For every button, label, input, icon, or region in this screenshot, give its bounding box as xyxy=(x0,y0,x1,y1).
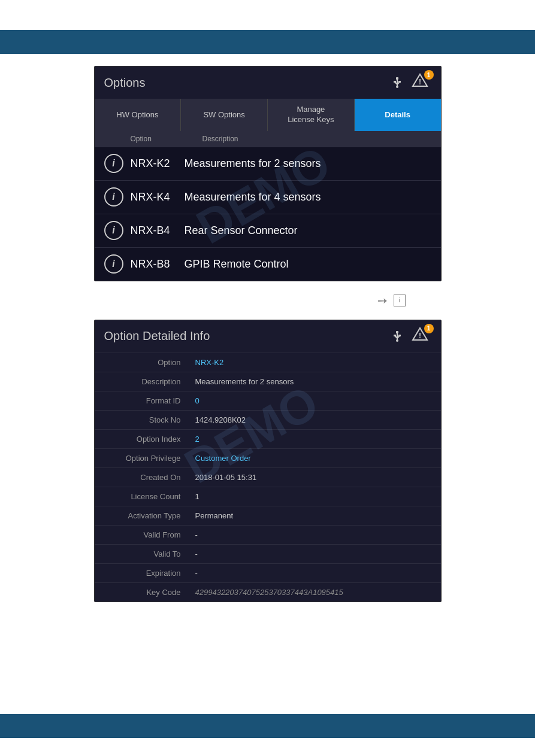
tab-details[interactable]: Details xyxy=(355,99,441,131)
options-panel-title: Options xyxy=(104,76,146,90)
option-name-nrx-k2: NRX-K2 xyxy=(131,157,185,170)
detail-label-valid-to: Valid To xyxy=(95,546,191,562)
detail-value-key-code: 42994322037407525370337443A1085415 xyxy=(191,584,418,600)
info-box: i xyxy=(394,294,406,306)
svg-text:!: ! xyxy=(419,78,421,86)
detail-row-stock-no: Stock No 1424.9208K02 xyxy=(95,410,441,429)
info-icon-nrx-k2: i xyxy=(104,154,123,173)
info-icon-nrx-b8: i xyxy=(104,254,123,274)
tab-manage-license-keys[interactable]: ManageLicense Keys xyxy=(268,99,355,131)
detail-value-valid-from: - xyxy=(191,527,441,543)
info-icon-nrx-b4: i xyxy=(104,221,123,240)
detail-label-option-privilege: Option Privilege xyxy=(95,450,191,466)
detail-value-option-privilege: Customer Order xyxy=(191,450,441,466)
svg-rect-5 xyxy=(398,81,401,83)
detail-label-stock-no: Stock No xyxy=(95,412,191,428)
detail-warning-badge: 1 xyxy=(424,324,434,333)
detail-row-valid-to: Valid To - xyxy=(95,544,441,563)
content-area: Options xyxy=(0,66,535,602)
detail-label-format-id: Format ID xyxy=(95,393,191,409)
detail-value-stock-no: 1424.9208K02 xyxy=(191,412,441,428)
option-row-nrx-b4[interactable]: i NRX-B4 Rear Sensor Connector xyxy=(95,214,441,247)
detail-row-option: Option NRX-K2 xyxy=(95,353,441,372)
svg-rect-9 xyxy=(396,331,398,333)
detail-value-license-count: 1 xyxy=(191,488,441,505)
detail-value-created-on: 2018-01-05 15:31 xyxy=(191,469,441,485)
options-header-icons: ! 1 xyxy=(388,72,431,93)
option-name-nrx-b4: NRX-B4 xyxy=(131,224,185,237)
detail-row-expiration: Expiration - xyxy=(95,563,441,582)
detail-panel-header: Option Detailed Info xyxy=(95,320,441,353)
detail-label-activation-type: Activation Type xyxy=(95,508,191,524)
detail-row-description: Description Measurements for 2 sensors xyxy=(95,372,441,391)
option-desc-nrx-b4: Rear Sensor Connector xyxy=(185,224,431,237)
detail-value-description: Measurements for 2 sensors xyxy=(191,374,441,390)
detail-label-option-index: Option Index xyxy=(95,431,191,447)
detail-value-format-id: 0 xyxy=(191,393,441,409)
detail-row-created-on: Created On 2018-01-05 15:31 xyxy=(95,467,441,487)
detail-row-activation-type: Activation Type Permanent xyxy=(95,506,441,525)
detail-usb-icon xyxy=(388,327,406,345)
detail-row-key-code: Key Code 42994322037407525370337443A1085… xyxy=(95,582,441,602)
svg-rect-14 xyxy=(398,335,401,336)
col-option-header: Option xyxy=(131,135,202,143)
detail-label-valid-from: Valid From xyxy=(95,527,191,543)
options-table-header: Option Description xyxy=(95,131,441,147)
detail-warning-container: ! 1 xyxy=(411,326,431,347)
detail-row-valid-from: Valid From - xyxy=(95,525,441,544)
svg-point-6 xyxy=(396,86,398,88)
top-bar xyxy=(0,30,535,54)
col-desc-header: Description xyxy=(202,135,431,143)
detail-panel: Option Detailed Info xyxy=(94,320,442,602)
option-desc-nrx-b8: GPIB Remote Control xyxy=(185,258,431,271)
options-tabs: HW Options SW Options ManageLicense Keys… xyxy=(95,99,441,131)
detail-row-format-id: Format ID 0 xyxy=(95,391,441,410)
detail-row-option-privilege: Option Privilege Customer Order xyxy=(95,448,441,467)
bottom-bar xyxy=(0,714,535,738)
option-name-nrx-k4: NRX-K4 xyxy=(131,191,185,204)
detail-label-option: Option xyxy=(95,354,191,371)
option-desc-nrx-k2: Measurements for 2 sensors xyxy=(185,157,431,170)
detail-label-created-on: Created On xyxy=(95,469,191,485)
detail-value-activation-type: Permanent xyxy=(191,508,441,524)
arrow-container: ➙ i xyxy=(94,293,442,308)
detail-row-option-index: Option Index 2 xyxy=(95,429,441,448)
warning-icon-container: ! 1 xyxy=(411,72,431,93)
svg-point-15 xyxy=(396,339,398,342)
tab-hw-options[interactable]: HW Options xyxy=(95,99,182,131)
option-row-nrx-k4[interactable]: i NRX-K4 Measurements for 4 sensors xyxy=(95,180,441,214)
detail-label-license-count: License Count xyxy=(95,488,191,505)
detail-value-valid-to: - xyxy=(191,546,441,562)
option-row-nrx-k2[interactable]: i NRX-K2 Measurements for 2 sensors xyxy=(95,147,441,180)
detail-value-option: NRX-K2 xyxy=(191,354,441,371)
detail-value-option-index: 2 xyxy=(191,431,441,447)
svg-rect-13 xyxy=(394,335,396,336)
tab-sw-options[interactable]: SW Options xyxy=(181,99,268,131)
expand-arrow-icon: ➙ xyxy=(377,293,388,308)
usb-icon xyxy=(388,74,406,92)
svg-text:!: ! xyxy=(419,332,421,340)
detail-panel-title: Option Detailed Info xyxy=(104,329,210,343)
detail-label-key-code: Key Code xyxy=(95,584,191,600)
option-desc-nrx-k4: Measurements for 4 sensors xyxy=(185,191,431,204)
warning-badge: 1 xyxy=(424,70,434,80)
detail-row-license-count: License Count 1 xyxy=(95,487,441,506)
svg-rect-4 xyxy=(394,81,396,83)
detail-label-expiration: Expiration xyxy=(95,565,191,581)
option-row-nrx-b8[interactable]: i NRX-B8 GPIB Remote Control xyxy=(95,247,441,281)
detail-value-expiration: - xyxy=(191,565,441,581)
option-name-nrx-b8: NRX-B8 xyxy=(131,258,185,271)
options-panel: Options xyxy=(94,66,442,281)
detail-header-icons: ! 1 xyxy=(388,326,431,347)
options-panel-header: Options xyxy=(95,66,441,99)
info-icon-nrx-k4: i xyxy=(104,187,123,207)
svg-rect-0 xyxy=(396,77,398,80)
detail-label-description: Description xyxy=(95,374,191,390)
